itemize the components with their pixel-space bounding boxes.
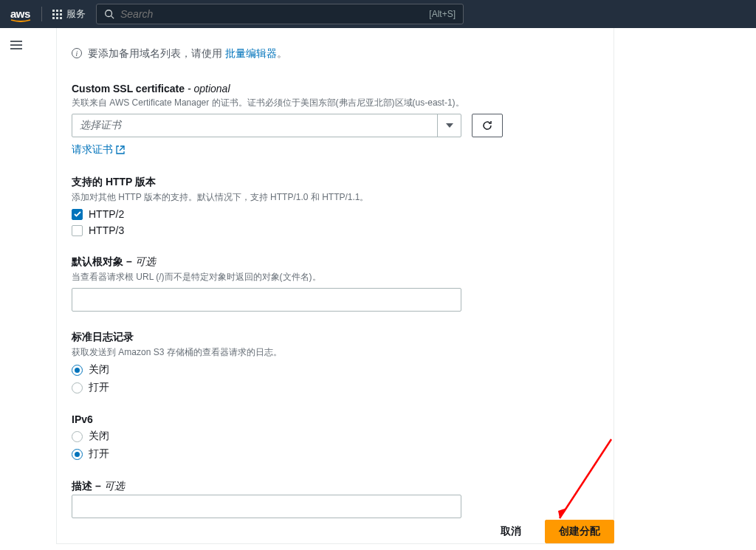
- logging-label: 标准日志记录: [72, 331, 599, 344]
- info-text-prefix: 要添加备用域名列表，请使用: [88, 47, 225, 59]
- radio-label: 关闭: [89, 363, 109, 377]
- radio-ipv6-on[interactable]: 打开: [72, 447, 599, 461]
- services-button[interactable]: 服务: [52, 7, 86, 21]
- logging-help: 获取发送到 Amazon S3 存储桶的查看器请求的日志。: [72, 346, 599, 359]
- http-label: 支持的 HTTP 版本: [72, 176, 599, 189]
- checkbox-label: HTTP/2: [89, 208, 124, 220]
- ipv6-label: IPv6: [72, 413, 599, 425]
- svg-point-0: [106, 10, 112, 17]
- ssl-select-placeholder: 选择证书: [80, 119, 121, 132]
- radio-label: 打开: [89, 447, 109, 461]
- form-panel: i 要添加备用域名列表，请使用 批量编辑器。 Custom SSL certif…: [56, 28, 614, 544]
- logging-section: 标准日志记录 获取发送到 Amazon S3 存储桶的查看器请求的日志。 关闭 …: [72, 331, 599, 394]
- radio-logging-off[interactable]: 关闭: [72, 363, 599, 377]
- create-distribution-button[interactable]: 创建分配: [545, 520, 614, 543]
- radio-icon: [72, 431, 83, 442]
- search-hint: [Alt+S]: [429, 9, 456, 19]
- hamburger-icon: [10, 41, 22, 49]
- http-help: 添加对其他 HTTP 版本的支持。默认情况下，支持 HTTP/1.0 和 HTT…: [72, 190, 599, 204]
- radio-label: 关闭: [89, 430, 109, 443]
- ssl-select[interactable]: 选择证书: [72, 114, 461, 137]
- radio-label: 打开: [89, 381, 109, 394]
- svg-line-1: [111, 16, 114, 19]
- svg-line-2: [120, 146, 124, 151]
- external-link-icon: [116, 145, 125, 154]
- bulk-editor-link[interactable]: 批量编辑器: [225, 47, 277, 59]
- checkbox-http2[interactable]: HTTP/2: [72, 208, 599, 220]
- root-section: 默认根对象 – 可选 当查看器请求根 URL (/)而不是特定对象时返回的对象(…: [72, 255, 599, 312]
- aws-logo[interactable]: aws: [10, 7, 31, 21]
- searchbar[interactable]: [Alt+S]: [96, 4, 464, 24]
- radio-logging-on[interactable]: 打开: [72, 381, 599, 394]
- root-help: 当查看器请求根 URL (/)而不是特定对象时返回的对象(文件名)。: [72, 270, 599, 283]
- checkbox-icon: [72, 225, 83, 236]
- search-input[interactable]: [120, 8, 423, 20]
- refresh-button[interactable]: [472, 114, 503, 137]
- footer-actions: 取消 创建分配: [56, 505, 614, 543]
- cancel-button[interactable]: 取消: [487, 520, 535, 543]
- divider: [41, 7, 42, 21]
- root-input[interactable]: [72, 288, 461, 312]
- checkbox-http3[interactable]: HTTP/3: [72, 224, 599, 236]
- info-banner: i 要添加备用域名列表，请使用 批量编辑器。: [72, 47, 599, 61]
- ipv6-section: IPv6 关闭 打开: [72, 413, 599, 461]
- radio-icon: [72, 382, 83, 393]
- ssl-help: 关联来自 AWS Certificate Manager 的证书。证书必须位于美…: [72, 96, 599, 109]
- radio-ipv6-off[interactable]: 关闭: [72, 430, 599, 443]
- grid-icon: [52, 10, 62, 19]
- refresh-icon: [481, 120, 493, 131]
- topbar: aws 服务 [Alt+S]: [0, 0, 756, 28]
- radio-icon: [72, 449, 83, 460]
- checkbox-label: HTTP/3: [89, 224, 124, 236]
- services-label: 服务: [66, 7, 86, 21]
- radio-icon: [72, 365, 83, 376]
- search-icon: [104, 9, 114, 19]
- http-section: 支持的 HTTP 版本 添加对其他 HTTP 版本的支持。默认情况下，支持 HT…: [72, 176, 599, 236]
- desc-label: 描述 – 可选: [72, 480, 599, 493]
- info-text-suffix: 。: [277, 47, 287, 59]
- root-label: 默认根对象 – 可选: [72, 255, 599, 269]
- ssl-label: Custom SSL certificate - optional: [72, 83, 599, 94]
- request-cert-link[interactable]: 请求证书: [72, 143, 125, 157]
- ssl-section: Custom SSL certificate - optional 关联来自 A…: [72, 83, 599, 157]
- caret-down-icon: [437, 114, 461, 137]
- info-icon: i: [72, 48, 82, 58]
- checkbox-icon: [72, 209, 83, 220]
- menu-toggle[interactable]: [10, 41, 22, 49]
